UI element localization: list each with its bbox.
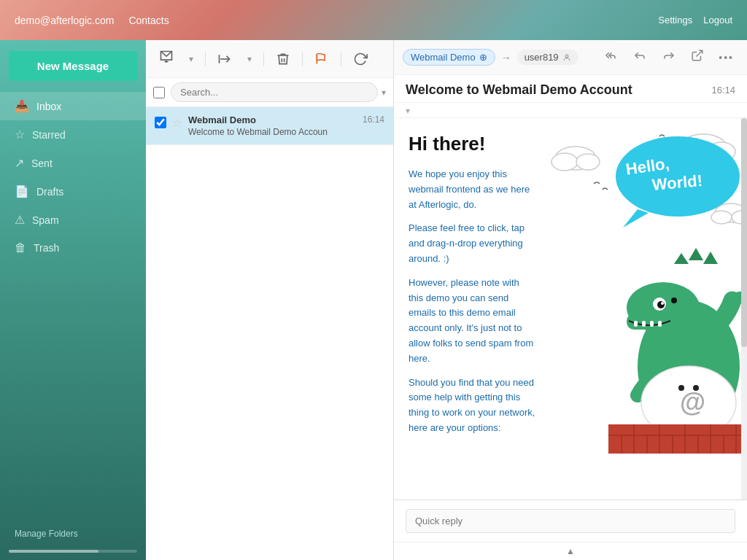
logout-link[interactable]: Logout [703,15,732,26]
email-sender: Webmail Demo [188,114,357,125]
open-external-button[interactable] [686,46,708,69]
search-row: ▾ [146,78,393,107]
svg-marker-28 [703,252,718,264]
email-para-4: Should you find that you need some help … [409,376,535,436]
email-star-icon[interactable]: ☆ [172,116,182,130]
sidebar-item-sent[interactable]: ↗ Sent [0,149,146,177]
delete-button[interactable] [270,48,296,70]
viewer-toolbar: Webmail Demo ⊕ → user819 [394,40,747,75]
svg-rect-31 [608,424,747,454]
spam-icon: ⚠ [15,213,25,227]
email-para-1: We hope you enjoy this webmail frontend … [409,167,535,212]
spam-label: Spam [32,214,59,226]
svg-point-5 [576,154,600,170]
sidebar: New Message 📥 Inbox ☆ Starred ↗ Sent 📄 D… [0,40,146,560]
scroll-down-button[interactable]: ▲ [394,542,747,560]
email-content: Webmail Demo Welcome to Webmail Demo Acc… [188,114,357,137]
to-label: user819 [525,52,559,63]
drafts-label: Drafts [36,186,63,198]
contacts-link[interactable]: Contacts [128,15,169,26]
sidebar-item-starred[interactable]: ☆ Starred [0,120,146,149]
reply-all-button[interactable] [599,46,622,69]
more-actions-button[interactable]: ••• [714,47,738,68]
email-toolbar: ▾ ▾ [146,40,393,78]
quick-reply-bar [394,499,747,542]
svg-rect-21 [658,321,662,327]
svg-point-44 [693,385,699,391]
move-dropdown[interactable]: ▾ [241,50,258,68]
email-para-2: Please feel free to click, tap and drag-… [409,221,535,266]
toolbar-sep-2 [263,52,264,66]
viewer-to-chip[interactable]: user819 [517,50,578,65]
email-checkbox[interactable] [155,117,166,128]
svg-rect-19 [642,321,646,327]
body-heading: Hi there! [409,133,535,155]
move-button[interactable] [212,48,238,70]
header-left: demo@afterlogic.com Contacts [15,15,169,26]
add-contact-icon[interactable]: ⊕ [479,52,487,63]
refresh-button[interactable] [347,48,374,70]
sidebar-item-inbox[interactable]: 📥 Inbox [0,92,146,120]
svg-marker-26 [674,253,689,264]
svg-rect-17 [627,314,670,330]
toolbar-sep-3 [302,52,303,66]
sidebar-item-drafts[interactable]: 📄 Drafts [0,177,146,206]
viewer-scrollbar[interactable] [741,118,747,499]
viewer-expand-row: ▾ [394,103,747,118]
email-time: 16:14 [363,114,384,125]
email-para-3: However, please note with this demo you … [409,276,535,367]
header-right: Settings Logout [658,15,732,26]
select-all-checkbox[interactable] [153,87,165,98]
svg-point-24 [661,302,664,305]
email-item[interactable]: ☆ Webmail Demo Welcome to Webmail Demo A… [146,107,393,145]
svg-point-4 [551,153,578,171]
inbox-label: Inbox [36,101,61,112]
illustration-svg: Hello, World! [550,118,747,454]
from-label: Webmail Demo [411,52,476,63]
sidebar-item-trash[interactable]: 🗑 Trash [0,234,146,262]
main-layout: New Message 📥 Inbox ☆ Starred ↗ Sent 📄 D… [0,40,747,560]
quick-reply-input[interactable] [406,509,735,533]
viewer-body[interactable]: Hi there! We hope you enjoy this webmail… [394,118,747,499]
email-list-panel: ▾ ▾ [146,40,394,560]
drafts-icon: 📄 [15,184,29,198]
email-illustration: Hello, World! [550,118,747,459]
flag-button[interactable] [309,48,335,70]
viewer-subject: Welcome to Webmail Demo Account [406,82,632,98]
email-viewer: Webmail Demo ⊕ → user819 [394,40,747,560]
sidebar-scrollbar-thumb [9,550,98,553]
email-text-col: Hi there! We hope you enjoy this webmail… [394,118,550,459]
email-body-content: Hi there! We hope you enjoy this webmail… [394,118,747,459]
sidebar-item-spam[interactable]: ⚠ Spam [0,206,146,234]
new-message-button[interactable]: New Message [9,51,137,81]
manage-folders-link[interactable]: Manage Folders [0,518,146,550]
reply-button[interactable] [628,46,651,69]
svg-rect-20 [650,321,654,327]
svg-line-2 [697,50,703,56]
starred-label: Starred [32,129,66,141]
get-mail-dropdown[interactable]: ▾ [183,50,199,68]
viewer-time: 16:14 [711,85,735,96]
settings-link[interactable]: Settings [658,15,692,26]
email-subject-preview: Welcome to Webmail Demo Accoun [188,127,357,137]
svg-point-43 [678,385,684,391]
svg-point-23 [657,301,665,308]
forward-button[interactable] [657,46,681,69]
viewer-subject-row: Welcome to Webmail Demo Account 16:14 [394,75,747,103]
expand-details-button[interactable]: ▾ [406,106,410,116]
sent-icon: ↗ [15,156,24,170]
get-mail-icon [159,50,174,68]
viewer-from-chip[interactable]: Webmail Demo ⊕ [403,49,495,66]
search-input[interactable] [171,82,378,102]
svg-marker-27 [689,248,703,260]
toolbar-sep-4 [341,52,341,66]
get-mail-button[interactable] [153,46,179,71]
svg-point-13 [711,211,732,224]
header: demo@afterlogic.com Contacts Settings Lo… [0,0,747,40]
search-chevron-icon[interactable]: ▾ [382,88,386,98]
sent-label: Sent [31,158,53,169]
trash-icon: 🗑 [15,241,26,254]
viewer-scrollbar-thumb [741,118,747,347]
svg-point-25 [671,298,677,303]
sidebar-scrollbar[interactable] [9,550,137,553]
